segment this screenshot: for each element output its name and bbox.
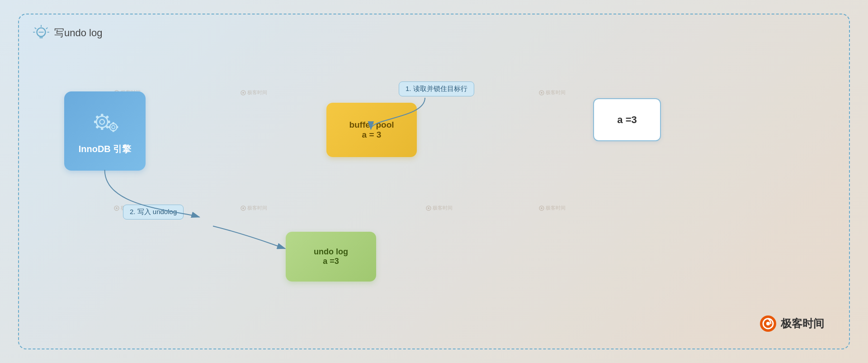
brand-text: 极客时间 <box>781 316 824 331</box>
svg-point-14 <box>541 92 542 94</box>
svg-point-23 <box>96 116 108 128</box>
step1-label: 1. 读取并锁住目标行 <box>399 81 474 96</box>
innodb-label: InnoDB 引擎 <box>79 143 132 155</box>
target-row-value: a =3 <box>617 114 637 126</box>
svg-point-34 <box>112 125 115 129</box>
watermark-4: 极客时间 <box>539 89 566 96</box>
svg-point-10 <box>242 92 244 94</box>
gears-icon <box>87 107 123 139</box>
undo-log-value: a =3 <box>323 257 339 266</box>
buffer-pool-label: buffer pool <box>349 120 394 130</box>
svg-point-33 <box>110 124 117 131</box>
svg-point-20 <box>428 207 429 209</box>
main-diagram-container: 写undo log 极客时间 极客时间 极客时间 极客时间 极客时间 极客时间 … <box>18 14 850 349</box>
watermark-7: 极客时间 <box>426 205 453 211</box>
arrows-overlay <box>19 14 849 349</box>
svg-rect-28 <box>107 121 110 123</box>
svg-line-2 <box>35 28 36 29</box>
svg-rect-27 <box>94 121 97 123</box>
svg-point-42 <box>766 322 770 325</box>
svg-point-18 <box>242 207 244 209</box>
watermark-8: 极客时间 <box>539 205 566 211</box>
step2-label: 2. 写入 undolog <box>123 205 184 220</box>
title-area: 写undo log <box>33 24 102 42</box>
svg-point-22 <box>541 207 542 209</box>
watermark-2: 极客时间 <box>241 89 267 96</box>
target-row-box: a =3 <box>593 98 661 141</box>
innodb-box: InnoDB 引擎 <box>64 91 146 171</box>
svg-rect-37 <box>108 126 110 128</box>
svg-point-16 <box>116 207 118 209</box>
buffer-pool-box: buffer pool a = 3 <box>326 103 417 157</box>
svg-point-24 <box>99 119 104 124</box>
svg-rect-26 <box>101 127 103 130</box>
lightbulb-icon <box>33 24 50 42</box>
buffer-pool-value: a = 3 <box>362 130 382 140</box>
brand-logo: 极客时间 <box>759 315 824 333</box>
undo-log-box: undo log a =3 <box>286 232 376 282</box>
svg-line-3 <box>46 28 47 29</box>
brand-icon <box>759 315 777 333</box>
undo-log-label: undo log <box>314 247 348 257</box>
svg-rect-38 <box>116 126 118 128</box>
svg-rect-35 <box>112 122 114 124</box>
watermark-6: 极客时间 <box>241 205 267 211</box>
svg-rect-25 <box>101 114 103 116</box>
svg-rect-36 <box>112 130 114 132</box>
page-title: 写undo log <box>54 26 102 40</box>
